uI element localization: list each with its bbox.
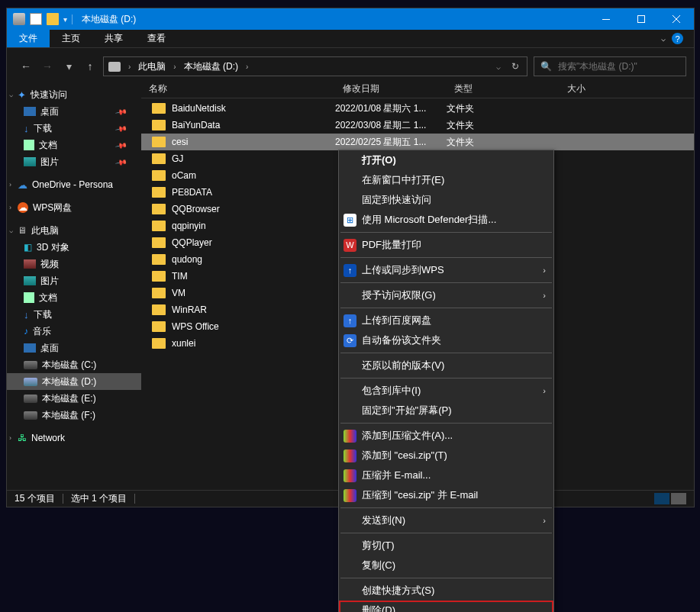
sidebar-documents2[interactable]: 文档 (7, 289, 141, 306)
cm-delete[interactable]: 删除(D) (339, 601, 553, 612)
tab-view[interactable]: 查看 (135, 30, 178, 47)
cm-cut[interactable]: 剪切(T) (339, 536, 553, 556)
chevron-right-icon: › (543, 386, 546, 395)
status-count: 15 个项目 (15, 492, 55, 505)
file-name: VM (172, 288, 185, 298)
pin-icon: 📌 (115, 156, 127, 168)
pc-icon: 🖥 (18, 225, 27, 236)
cm-auto-backup[interactable]: ⟳自动备份该文件夹 (339, 330, 553, 350)
address-dropdown-icon[interactable]: ⌵ (496, 63, 501, 71)
col-date[interactable]: 修改日期 (335, 82, 447, 95)
file-name: QQPlayer (172, 237, 212, 248)
sidebar-this-pc[interactable]: ⌵🖥此电脑 (7, 222, 141, 239)
file-name: BaiduNetdisk (172, 103, 226, 114)
file-name: WinRAR (172, 304, 207, 315)
sidebar-music[interactable]: ♪音乐 (7, 323, 141, 340)
cm-upload-wps[interactable]: ↑上传或同步到WPS› (339, 260, 553, 280)
folder-icon (152, 153, 166, 164)
sidebar-desktop2[interactable]: 桌面 (7, 340, 141, 356)
sidebar-network[interactable]: ›🖧Network (7, 430, 141, 446)
chevron-right-icon[interactable]: › (173, 63, 176, 71)
drive-icon (24, 361, 37, 369)
file-row[interactable]: BaiduNetdisk2022/01/08 星期六 1...文件夹 (141, 100, 694, 117)
sidebar-drive-d[interactable]: 本地磁盘 (D:) (7, 373, 141, 390)
cm-defender-scan[interactable]: ⊞使用 Microsoft Defender扫描... (339, 210, 553, 230)
sidebar-wps[interactable]: ›☁WPS网盘 (7, 199, 141, 216)
chevron-right-icon[interactable]: › (128, 63, 131, 71)
col-type[interactable]: 类型 (447, 82, 560, 95)
forward-button[interactable]: → (40, 60, 54, 72)
folder-icon (47, 13, 59, 25)
sidebar-onedrive[interactable]: ›☁OneDrive - Persona (7, 176, 141, 193)
tab-share[interactable]: 共享 (92, 30, 135, 47)
recent-locations-button[interactable]: ▾ (62, 60, 76, 72)
desktop-icon (24, 343, 36, 353)
cm-restore-previous[interactable]: 还原以前的版本(V) (339, 356, 553, 375)
search-input[interactable] (558, 61, 679, 72)
tab-file[interactable]: 文件 (7, 30, 50, 47)
nav-bar: ← → ▾ ↑ › 此电脑 › 本地磁盘 (D:) › ⌵ ↻ 🔍 (7, 53, 694, 80)
cm-send-to[interactable]: 发送到(N)› (339, 511, 553, 530)
cm-create-shortcut[interactable]: 创建快捷方式(S) (339, 581, 553, 601)
folder-icon (152, 304, 166, 315)
view-large-icons-button[interactable] (671, 493, 686, 504)
cm-grant-access[interactable]: 授予访问权限(G)› (339, 285, 553, 305)
cm-open[interactable]: 打开(O) (339, 150, 553, 170)
music-icon: ♪ (24, 326, 28, 337)
chevron-right-icon[interactable]: › (246, 63, 248, 71)
cm-pdf-batch-print[interactable]: WPDF批量打印 (339, 235, 553, 255)
address-bar[interactable]: › 此电脑 › 本地磁盘 (D:) › ⌵ ↻ (103, 56, 527, 76)
sidebar-downloads[interactable]: ↓下载📌 (7, 120, 141, 137)
cm-compress-cesi-email[interactable]: 压缩到 "cesi.zip" 并 E-mail (339, 485, 553, 505)
drive-icon (24, 395, 37, 403)
file-name: QQBrowser (172, 204, 220, 214)
breadcrumb-seg[interactable]: 本地磁盘 (D:) (184, 60, 238, 73)
cm-add-cesi-zip[interactable]: 添加到 "cesi.zip"(T) (339, 446, 553, 465)
sidebar-downloads2[interactable]: ↓下载 (7, 306, 141, 323)
sidebar-documents[interactable]: 文档📌 (7, 137, 141, 153)
column-headers[interactable]: 名称 修改日期 类型 大小 (141, 80, 694, 98)
sidebar-pictures[interactable]: 图片📌 (7, 153, 141, 170)
status-selected: 选中 1 个项目 (71, 492, 127, 505)
help-icon[interactable]: ? (672, 33, 683, 44)
sidebar-pictures2[interactable]: 图片 (7, 272, 141, 289)
sidebar-quick-access[interactable]: ⌵✦快速访问 (7, 86, 141, 103)
file-name: xunlei (172, 338, 195, 349)
col-size[interactable]: 大小 (560, 82, 694, 95)
sidebar-drive-e[interactable]: 本地磁盘 (E:) (7, 390, 141, 407)
cm-pin-quick[interactable]: 固定到快速访问 (339, 190, 553, 210)
sidebar-drive-f[interactable]: 本地磁盘 (F:) (7, 407, 141, 424)
sidebar-3d-objects[interactable]: ◧3D 对象 (7, 239, 141, 256)
cm-open-new-window[interactable]: 在新窗口中打开(E) (339, 170, 553, 190)
file-row[interactable]: cesi2022/02/25 星期五 1...文件夹 (141, 134, 694, 150)
cm-include-library[interactable]: 包含到库中(I)› (339, 381, 553, 401)
cm-add-archive[interactable]: 添加到压缩文件(A)... (339, 426, 553, 446)
minimize-button[interactable] (589, 8, 624, 30)
cube-icon: ◧ (24, 242, 32, 253)
sidebar-desktop[interactable]: 桌面📌 (7, 103, 141, 120)
sidebar-drive-c[interactable]: 本地磁盘 (C:) (7, 356, 141, 373)
up-button[interactable]: ↑ (83, 60, 97, 72)
save-icon[interactable] (30, 13, 42, 25)
cm-pin-start[interactable]: 固定到"开始"屏幕(P) (339, 401, 553, 420)
breadcrumb-seg[interactable]: 此电脑 (138, 60, 166, 73)
refresh-button[interactable]: ↻ (511, 61, 519, 72)
shield-icon: ⊞ (344, 214, 356, 227)
close-button[interactable] (659, 8, 694, 30)
view-details-button[interactable] (654, 493, 669, 504)
col-name[interactable]: 名称 (141, 82, 335, 95)
cm-upload-baidu[interactable]: ↑上传到百度网盘 (339, 311, 553, 330)
chevron-right-icon: › (543, 291, 546, 300)
back-button[interactable]: ← (19, 60, 33, 72)
cm-copy[interactable]: 复制(C) (339, 556, 553, 575)
maximize-button[interactable] (624, 8, 659, 30)
file-date: 2022/02/25 星期五 1... (335, 136, 447, 149)
file-row[interactable]: BaiYunData2022/03/08 星期二 1...文件夹 (141, 117, 694, 134)
ribbon-expand-icon[interactable]: ⌵ (661, 34, 666, 43)
file-name: TIM (172, 271, 188, 282)
tab-home[interactable]: 主页 (50, 30, 92, 47)
cm-compress-email[interactable]: 压缩并 E-mail... (339, 465, 553, 485)
qat-chevron-icon[interactable]: ▾ (63, 15, 67, 24)
search-box[interactable]: 🔍 (534, 56, 686, 76)
sidebar-videos[interactable]: 视频 (7, 256, 141, 272)
